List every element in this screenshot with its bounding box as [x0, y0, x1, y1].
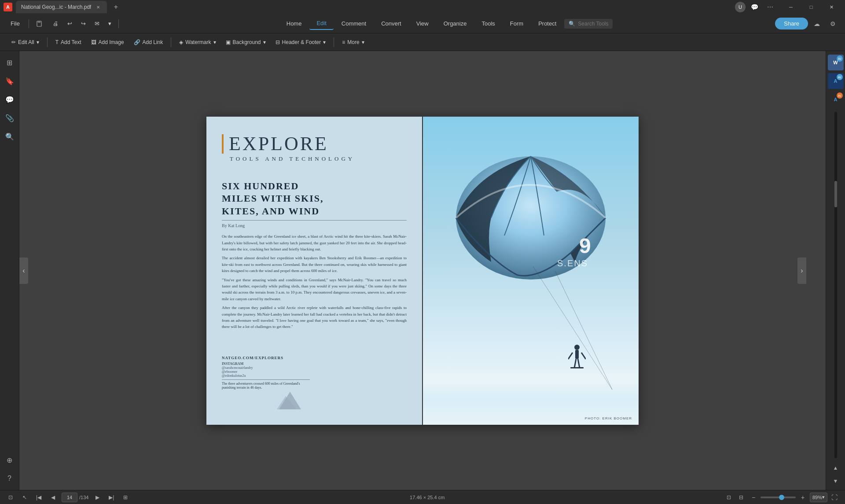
add-text-button[interactable]: T Add Text: [51, 37, 86, 47]
scroll-thumb[interactable]: [834, 181, 837, 207]
background-icon: ▣: [226, 39, 231, 45]
zoom-thumb[interactable]: [779, 495, 784, 500]
text-icon: T: [55, 39, 59, 45]
sidebar-attachment[interactable]: 📎: [2, 110, 18, 126]
article-byline: By Kat Long: [222, 220, 407, 228]
dropdown-button[interactable]: ▾: [105, 18, 115, 29]
tab-close-button[interactable]: ✕: [95, 4, 102, 11]
zoom-in-button[interactable]: +: [797, 492, 808, 503]
kite-photo: 9 S.ENS: [423, 117, 639, 425]
sidebar-search[interactable]: 🔍: [2, 129, 18, 144]
nav-tools[interactable]: Tools: [474, 18, 502, 29]
mountain-shape: [277, 390, 303, 412]
header-footer-button[interactable]: ⊟ Header & Footer ▾: [271, 37, 331, 47]
zoom-value[interactable]: 89% ▾: [810, 493, 827, 502]
right-sidebar-ai1[interactable]: W AI: [828, 55, 844, 70]
zoom-out-button[interactable]: −: [748, 492, 759, 503]
cloud-icon[interactable]: ☁: [810, 18, 824, 30]
first-page-button[interactable]: |◀: [33, 492, 44, 503]
background-button[interactable]: ▣ Background ▾: [221, 37, 270, 47]
zoom-slider[interactable]: [760, 497, 796, 498]
edit-all-button[interactable]: ✏ Edit All ▾: [7, 37, 44, 47]
window-controls: ─ □ ✕: [781, 0, 841, 14]
sidebar-comment[interactable]: 💬: [2, 92, 18, 107]
right-sidebar-ai3[interactable]: A AI: [828, 92, 844, 107]
nav-form[interactable]: Form: [503, 18, 530, 29]
watermark-button[interactable]: ◈ Watermark ▾: [175, 37, 220, 47]
maximize-button[interactable]: □: [801, 0, 821, 14]
nav-view[interactable]: View: [409, 18, 436, 29]
cursor-tool-button[interactable]: ↖: [19, 492, 30, 503]
pdf-spread: EXPLORE TOOLS AND TECHNOLOGY SIX HUNDRED…: [206, 117, 639, 425]
fit-width-zoom-button[interactable]: ⊟: [736, 492, 746, 503]
fit-width-button[interactable]: ⊡: [5, 492, 16, 503]
share-button[interactable]: Share: [775, 18, 808, 29]
more-button[interactable]: ≡ More ▾: [338, 37, 368, 47]
main-area: ⊞ 🔖 💬 📎 🔍 ⊕ ? EXPLORE TOOLS AND TECHNOLO…: [0, 51, 845, 490]
minimize-button[interactable]: ─: [781, 0, 801, 14]
toolbar-sep-3: [334, 37, 334, 47]
app-icon: A: [4, 3, 12, 11]
fullscreen-button[interactable]: ⛶: [829, 492, 840, 503]
fit-page-button[interactable]: ⊡: [724, 492, 734, 503]
browser-tab[interactable]: National Geog...ic - March.pdf ✕: [16, 1, 107, 13]
sidebar-thumbnail[interactable]: ⊞: [2, 55, 18, 70]
nav-home[interactable]: Home: [279, 18, 309, 29]
watermark-icon: ◈: [179, 39, 183, 45]
menu-separator-1: [29, 19, 29, 28]
right-sidebar: W AI A AI A AI ▲ ▼: [826, 51, 845, 490]
chat-icon[interactable]: 💬: [747, 1, 761, 13]
page-info: /134: [62, 493, 88, 502]
pdf-content: EXPLORE TOOLS AND TECHNOLOGY SIX HUNDRED…: [19, 51, 826, 490]
sidebar-bookmark[interactable]: 🔖: [2, 73, 18, 89]
nav-comment[interactable]: Comment: [334, 18, 373, 29]
email-button[interactable]: ✉: [91, 18, 103, 29]
prev-page-button[interactable]: ◀: [48, 492, 58, 503]
title-icons: U 💬 ⋯: [735, 1, 777, 13]
redo-button[interactable]: ↪: [77, 18, 89, 29]
file-menu[interactable]: File: [5, 18, 25, 29]
right-sidebar-ai2[interactable]: A AI: [828, 73, 844, 89]
pdf-page-right: 9 S.ENS: [423, 117, 639, 425]
single-page-button[interactable]: ⊞: [120, 492, 131, 503]
close-button[interactable]: ✕: [821, 0, 841, 14]
scroll-down-arrow[interactable]: ▼: [828, 476, 844, 486]
nav-convert[interactable]: Convert: [374, 18, 408, 29]
nav-protect[interactable]: Protect: [531, 18, 563, 29]
search-placeholder: Search Tools: [578, 21, 608, 27]
explore-title: EXPLORE: [222, 134, 407, 154]
sidebar-info-box: NATGEO.COM/EXPLORERS INSTAGRAM @sarahcmc…: [222, 356, 310, 390]
pdf-area[interactable]: EXPLORE TOOLS AND TECHNOLOGY SIX HUNDRED…: [19, 51, 826, 490]
menu-bar: File 🖨 ↩ ↪ ✉ ▾ Home Edit Comment Convert…: [0, 14, 845, 33]
toolbar-sep-2: [171, 37, 171, 47]
nav-edit[interactable]: Edit: [309, 17, 333, 30]
photo-credit: PHOTO: ERIK BOOMER: [585, 416, 632, 420]
page-prev-button[interactable]: ‹: [19, 258, 28, 284]
edit-icon: ✏: [11, 39, 16, 45]
add-link-button[interactable]: 🔗 Add Link: [129, 37, 168, 47]
add-tab-button[interactable]: +: [110, 2, 121, 12]
natgeo-url: NATGEO.COM/EXPLORERS: [222, 356, 310, 360]
user-avatar[interactable]: U: [735, 2, 746, 12]
last-page-button[interactable]: ▶|: [106, 492, 117, 503]
page-next-button[interactable]: ›: [797, 258, 806, 284]
help-button[interactable]: ?: [2, 471, 18, 486]
scroll-track[interactable]: [834, 112, 837, 458]
more-icon[interactable]: ⋯: [763, 1, 777, 13]
save-button[interactable]: [33, 19, 48, 29]
photo-caption: The three adventurers crossed 600 miles …: [222, 379, 310, 390]
left-sidebar: ⊞ 🔖 💬 📎 🔍 ⊕ ?: [0, 51, 19, 490]
settings-icon[interactable]: ⚙: [826, 18, 840, 30]
right-icons: ☁ ⚙: [810, 18, 840, 30]
sidebar-layers[interactable]: ⊕: [2, 452, 18, 468]
add-image-button[interactable]: 🖼 Add Image: [87, 37, 129, 47]
undo-button[interactable]: ↩: [64, 18, 76, 29]
page-number-input[interactable]: [62, 493, 77, 502]
scroll-up-arrow[interactable]: ▲: [828, 463, 844, 473]
nav-organize[interactable]: Organize: [437, 18, 474, 29]
print-button[interactable]: 🖨: [49, 18, 62, 29]
dimensions-text: 17.46 × 25.4 cm: [410, 495, 445, 500]
next-page-button[interactable]: ▶: [92, 492, 103, 503]
toolbar-sep-1: [47, 37, 48, 47]
search-tools-box[interactable]: 🔍 Search Tools: [564, 19, 613, 29]
